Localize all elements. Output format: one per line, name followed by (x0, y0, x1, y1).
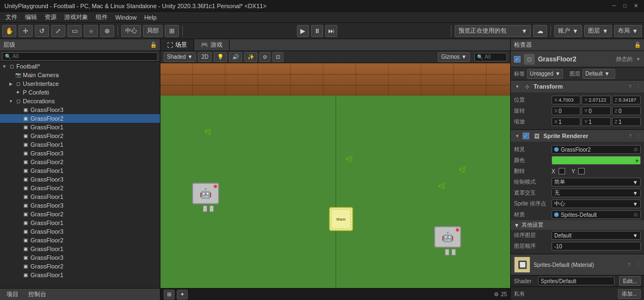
list-item[interactable]: ▣GrassFloor1 (0, 123, 160, 132)
scene-search[interactable]: 🔍 (474, 53, 507, 61)
pos-y-field[interactable]: Y 2.07122 (581, 96, 610, 104)
list-item[interactable]: ▣GrassFloor2 (0, 132, 160, 140)
list-item[interactable]: ▣GrassFloor3 (0, 149, 160, 158)
lighting-button[interactable]: 💡 (214, 52, 227, 62)
list-item[interactable]: ▣GrassFloor1 (0, 245, 160, 253)
hierarchy-item-main-camera[interactable]: ▶ 📷 Main Camera (0, 71, 160, 79)
flip-y-checkbox[interactable] (578, 168, 585, 174)
list-item[interactable]: ▣GrassFloor2 (0, 262, 160, 271)
menu-window[interactable]: Window (112, 13, 140, 22)
scene-search-input[interactable] (485, 54, 506, 60)
tool-scale[interactable]: ⤢ (51, 25, 65, 37)
list-item[interactable]: ▣GrassFloor1 (0, 271, 160, 279)
transform-header[interactable]: ▼ ⊹ Transform ? ⋮ (511, 80, 644, 92)
rot-y-field[interactable]: Y0 (581, 107, 610, 115)
sprite-renderer-settings[interactable]: ⋮ (636, 133, 641, 139)
play-button[interactable]: ▶ (297, 25, 309, 37)
tab-game[interactable]: 🎮 游戏 (194, 39, 230, 51)
step-button[interactable]: ⏭ (325, 25, 337, 37)
2d-button[interactable]: 2D (198, 52, 212, 62)
object-name[interactable]: GrassFloor2 (538, 55, 577, 63)
shader-edit-btn[interactable]: Edit... (619, 276, 641, 286)
close-button[interactable]: ✕ (632, 2, 640, 10)
list-item[interactable]: ▣GrassFloor2 (0, 114, 160, 123)
hierarchy-item-userinterface[interactable]: ▶ ◻ UserInterface ▶ (0, 79, 160, 88)
sprite-renderer-header[interactable]: ▼ ✓ 🖼 Sprite Renderer ? ⋮ (511, 130, 644, 142)
scale-y-field[interactable]: Y1 (581, 117, 610, 126)
list-item[interactable]: ▣GrassFloor3 (0, 175, 160, 184)
hierarchy-lock-icon[interactable]: 🔓 (150, 42, 157, 48)
tab-console[interactable]: 控制台 (25, 289, 49, 299)
sprite-select-icon[interactable]: ⊙ (634, 147, 638, 152)
menu-component[interactable]: 组件 (92, 12, 111, 22)
sprite-field[interactable]: GrassFloor2 ⊙ (552, 145, 641, 154)
scene-view[interactable]: 🌿 🌿 🌿 🌿 🤖 then (160, 63, 510, 288)
audio-button[interactable]: 🔊 (229, 52, 242, 62)
list-item[interactable]: ▣GrassFloor2 (0, 158, 160, 166)
scene-snap[interactable]: ⊞ (164, 290, 175, 299)
list-item[interactable]: ▣GrassFloor2 (0, 236, 160, 245)
hierarchy-item-decorations[interactable]: ▼ ◻ Decorations (0, 97, 160, 105)
menu-assets[interactable]: 资源 (41, 12, 60, 22)
pivot-local[interactable]: 局部 (143, 25, 163, 37)
gizmos-dropdown[interactable]: Gizmos▼ (438, 52, 470, 62)
tool-custom[interactable]: ⊕ (100, 25, 114, 37)
rot-x-field[interactable]: X0 (552, 107, 580, 115)
static-dropdown-icon[interactable]: ▼ (636, 57, 641, 62)
hierarchy-root-football[interactable]: ▼ ◻ Football* ⋮ (0, 62, 160, 71)
account-dropdown[interactable]: 账户▼ (554, 25, 582, 37)
tab-scene[interactable]: ⛶ 场景 (160, 39, 194, 51)
flip-x-checkbox[interactable] (559, 168, 565, 174)
hierarchy-search[interactable]: 🔍 (2, 52, 158, 61)
color-swatch[interactable]: ▶ (552, 156, 641, 165)
hierarchy-content[interactable]: ▼ ◻ Football* ⋮ ▶ 📷 Main Camera ▶ ◻ User… (0, 62, 160, 288)
material-settings[interactable]: ⋮ (636, 262, 641, 267)
list-item[interactable]: ▣GrassFloor3 (0, 105, 160, 114)
tool-rotate[interactable]: ↺ (35, 25, 49, 37)
order-value-field[interactable]: -10 (552, 242, 641, 251)
layer-dropdown[interactable]: Default▼ (583, 69, 615, 79)
sprite-renderer-help[interactable]: ? (629, 133, 631, 139)
rot-z-field[interactable]: Z0 (612, 107, 641, 115)
list-item[interactable]: ▣GrassFloor3 (0, 253, 160, 262)
private-add-btn[interactable]: 添加... (618, 289, 641, 299)
shader-dropdown[interactable]: Sprites/Default (538, 277, 615, 285)
scale-z-field[interactable]: Z1 (612, 117, 641, 126)
maximize-button[interactable]: □ (621, 2, 629, 10)
material-select-icon[interactable]: ⊙ (634, 212, 638, 217)
menu-file[interactable]: 文件 (2, 12, 21, 22)
sprite-renderer-active[interactable]: ✓ (523, 133, 529, 139)
layout-dropdown[interactable]: 布局▼ (614, 25, 642, 37)
object-active-checkbox[interactable]: ✓ (514, 56, 521, 62)
tool-hand[interactable]: ✋ (2, 25, 16, 37)
list-item[interactable]: ▣GrassFloor2 (0, 210, 160, 218)
inspector-lock-icon[interactable]: 🔓 (634, 42, 641, 48)
mask-dropdown[interactable]: 无 ▼ (552, 189, 641, 197)
other-settings-header[interactable]: ▼ 其他设置 (511, 220, 644, 230)
scale-x-field[interactable]: X1 (552, 117, 580, 126)
list-item[interactable]: ▣GrassFloor1 (0, 218, 160, 227)
menu-help[interactable]: Help (141, 13, 160, 22)
material-help[interactable]: ? (628, 262, 630, 267)
list-item[interactable]: ▣GrassFloor1 (0, 140, 160, 149)
tool-transform[interactable]: ⟐ (84, 25, 98, 37)
list-item[interactable]: ▣GrassFloor1 (0, 192, 160, 201)
tab-project[interactable]: 项目 (3, 289, 22, 299)
shade-mode-dropdown[interactable]: Shaded▼ (164, 52, 196, 62)
hierarchy-item-confetti[interactable]: ▶ ✦ P Confetti (0, 88, 160, 97)
transform-help[interactable]: ? (629, 84, 631, 89)
tool-rect[interactable]: ▭ (67, 25, 82, 37)
minimize-button[interactable]: ─ (610, 2, 618, 10)
pause-button[interactable]: ⏸ (311, 25, 323, 37)
layers-dropdown[interactable]: 图层▼ (584, 25, 612, 37)
fx-button[interactable]: ✨ (244, 52, 257, 62)
pos-x-field[interactable]: X 4.7003 (552, 96, 580, 104)
package-dropdown[interactable]: 预览正在使用的包 ▼ (455, 25, 531, 37)
pivot-center[interactable]: 中心 (121, 25, 141, 37)
list-item[interactable]: ▣GrassFloor3 (0, 227, 160, 236)
material-field[interactable]: Sprites-Default ⊙ (552, 210, 641, 219)
sorting-layer-dropdown[interactable]: Default ▼ (552, 231, 641, 240)
tag-dropdown[interactable]: Untagged▼ (527, 69, 563, 79)
menu-gameobject[interactable]: 游戏对象 (61, 12, 91, 22)
list-item[interactable]: ▣GrassFloor3 (0, 201, 160, 210)
